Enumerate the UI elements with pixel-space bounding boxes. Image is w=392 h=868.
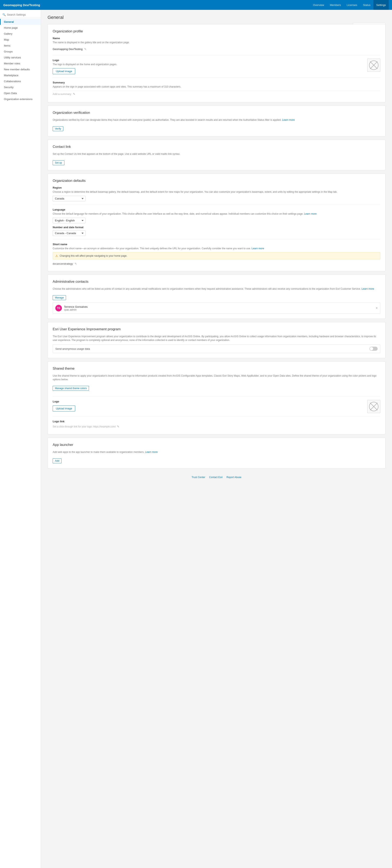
nav-members[interactable]: Members: [327, 0, 344, 10]
manage-contacts-button[interactable]: Manage: [53, 295, 66, 300]
logo-left: Logo The logo is displayed on the home a…: [53, 59, 117, 74]
search-icon: 🔍: [2, 13, 6, 16]
shared-theme-title: Shared theme: [53, 367, 380, 371]
contact-link-desc: Set up the Contact Us link that appears …: [53, 152, 380, 156]
sidebar-item-new-member-defaults[interactable]: New member defaults: [0, 66, 41, 72]
main-content: Scroll to section Organization profile O…: [41, 10, 392, 868]
search-input[interactable]: [7, 13, 38, 16]
logo-link-edit-icon[interactable]: ✎: [117, 425, 119, 428]
page-footer: Trust Center Contact Esri Report Abuse: [47, 472, 386, 483]
admin-contact-row: TG Terrence Gonsalves cpac.admin ×: [53, 303, 380, 314]
logo-placeholder: [367, 59, 380, 72]
sidebar-item-groups[interactable]: Groups: [0, 49, 41, 55]
sidebar-item-homepage[interactable]: Home page: [0, 25, 41, 31]
name-edit-icon[interactable]: ✎: [84, 48, 87, 51]
contact-link-title: Contact link: [53, 145, 380, 149]
admin-contacts-learn-more[interactable]: Learn more: [361, 287, 374, 290]
numdate-select-row: Canada - Canada United States United Kin…: [53, 230, 380, 236]
sidebar-item-gallery[interactable]: Gallery: [0, 31, 41, 37]
logo-link-field: Set a click-through link for your logo: …: [53, 424, 380, 429]
admin-contacts-card: Administrative contacts Choose the admin…: [47, 275, 386, 319]
sidebar-item-security[interactable]: Security: [0, 84, 41, 90]
nav-settings[interactable]: Settings: [373, 0, 389, 10]
admin-contacts-title: Administrative contacts: [53, 280, 380, 284]
esri-ux-desc: The Esri User Experience Improvement pro…: [53, 335, 380, 342]
footer-contact-esri[interactable]: Contact Esri: [209, 476, 223, 479]
app-launcher-title: App launcher: [53, 443, 380, 447]
search-container[interactable]: 🔍: [0, 11, 41, 18]
app-launcher-desc: Add web apps to the app launcher to make…: [53, 450, 380, 454]
region-select[interactable]: Canada United States Europe Asia Pacific: [53, 196, 86, 201]
upload-image-button[interactable]: Upload image: [53, 68, 75, 74]
language-desc: Choose the default language for members …: [53, 212, 380, 216]
esri-ux-title: Esri User Experience Improvement program: [53, 327, 380, 331]
nav-licenses[interactable]: Licenses: [344, 0, 360, 10]
esri-ux-card: Esri User Experience Improvement program…: [47, 322, 386, 358]
shortname-edit-icon[interactable]: ✎: [74, 262, 77, 265]
remove-contact-button[interactable]: ×: [376, 306, 378, 310]
setup-button[interactable]: Set up: [53, 160, 64, 165]
footer-trust-center[interactable]: Trust Center: [192, 476, 205, 479]
app-launcher-learn-more[interactable]: Learn more: [145, 451, 158, 454]
logo-image: [369, 60, 379, 70]
sidebar-item-marketplace[interactable]: Marketplace: [0, 72, 41, 78]
summary-desc: Appears on the sign in page associated w…: [53, 85, 380, 89]
language-label: Language: [53, 208, 380, 211]
page-title: General: [47, 15, 386, 20]
warning-icon: ⚠: [55, 254, 58, 257]
summary-label: Summary: [53, 81, 380, 84]
org-verification-learn-more[interactable]: Learn more: [282, 119, 295, 121]
region-select-row: Canada United States Europe Asia Pacific: [53, 196, 380, 201]
org-verification-title: Organization verification: [53, 111, 380, 115]
language-select[interactable]: English - English French - Français Germ…: [53, 218, 86, 223]
contact-details: Terrence Gonsalves cpac.admin: [64, 305, 88, 311]
add-app-button[interactable]: Add: [53, 458, 62, 463]
contact-role: cpac.admin: [64, 308, 88, 311]
sidebar-item-general[interactable]: General: [0, 19, 41, 25]
footer-report-abuse[interactable]: Report Abuse: [226, 476, 241, 479]
top-nav: Geomapping Dev/Testing Overview Members …: [0, 0, 392, 10]
contact-link-card: Contact link Set up the Contact Us link …: [47, 140, 386, 170]
org-defaults-title: Organization defaults: [53, 179, 380, 183]
nav-overview[interactable]: Overview: [310, 0, 327, 10]
shared-theme-upload-button[interactable]: Upload image: [53, 405, 75, 411]
language-learn-more[interactable]: Learn more: [304, 212, 317, 215]
sidebar-item-org-extensions[interactable]: Organization extensions: [0, 96, 41, 102]
contact-name: Terrence Gonsalves: [64, 305, 88, 308]
admin-contacts-desc: Choose the administrators who will be li…: [53, 287, 380, 291]
manage-theme-button[interactable]: Manage shared theme colors: [53, 386, 89, 391]
org-verification-card: Organization verification Organizations …: [47, 105, 386, 136]
shortname-warning: ⚠ Changing this will affect people navig…: [53, 252, 380, 259]
name-label: Name: [53, 37, 380, 40]
avatar: TG: [55, 305, 62, 311]
shortname-learn-more[interactable]: Learn more: [252, 247, 264, 250]
numdate-select[interactable]: Canada - Canada United States United Kin…: [53, 230, 86, 236]
org-profile-title: Organization profile: [53, 29, 380, 33]
name-display: Geomapping Dev/Testing ✎: [53, 46, 380, 52]
numdate-label: Number and date format: [53, 226, 380, 229]
sidebar-item-member-roles[interactable]: Member roles: [0, 60, 41, 66]
nav-status[interactable]: Status: [360, 0, 373, 10]
org-profile-card: Organization profile Name The name is di…: [47, 24, 386, 102]
summary-field: Add a summary ✎: [53, 91, 380, 97]
sidebar-item-items[interactable]: Items: [0, 43, 41, 49]
sidebar-item-collaborations[interactable]: Collaborations: [0, 78, 41, 84]
usage-data-toggle[interactable]: [369, 347, 378, 351]
sidebar-item-map[interactable]: Map: [0, 37, 41, 43]
verify-button[interactable]: Verify: [53, 126, 63, 131]
toggle-row: Send anonymous usage data: [53, 344, 380, 353]
shortname-label: Short name: [53, 243, 380, 246]
shared-theme-logo-left: Logo Upload image: [53, 400, 75, 411]
sidebar-item-open-data[interactable]: Open Data: [0, 90, 41, 96]
shortname-value: dvcancerstrategy: [53, 262, 73, 265]
org-name-value: Geomapping Dev/Testing: [53, 48, 83, 51]
app-brand: Geomapping Dev/Testing: [3, 3, 310, 7]
shared-theme-logo-image: [369, 402, 379, 411]
nav-links: Overview Members Licenses Status Setting…: [310, 0, 389, 10]
app-launcher-card: App launcher Add web apps to the app lau…: [47, 438, 386, 468]
summary-edit-icon[interactable]: ✎: [73, 92, 75, 96]
shared-theme-desc: Use the shared theme to apply your organ…: [53, 374, 380, 381]
sidebar-item-utility-services[interactable]: Utility services: [0, 55, 41, 60]
region-label: Region: [53, 186, 380, 189]
shortname-display: dvcancerstrategy ✎: [53, 261, 380, 266]
